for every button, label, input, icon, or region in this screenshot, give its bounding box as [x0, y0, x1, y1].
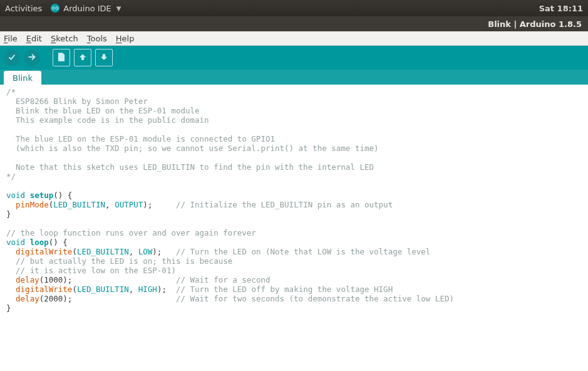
activities-button[interactable]: Activities — [5, 4, 42, 13]
save-sketch-button[interactable] — [95, 49, 113, 66]
desktop-top-bar: Activities Arduino IDE ▼ Sat 18:11 — [0, 0, 588, 16]
upload-button[interactable] — [24, 50, 40, 66]
tab-strip: Blink — [0, 70, 588, 85]
verify-button[interactable] — [4, 50, 20, 66]
menu-tools[interactable]: Tools — [87, 34, 107, 43]
window-title: Blink | Arduino 1.8.5 — [488, 19, 582, 29]
check-icon — [8, 52, 16, 64]
arrow-right-icon — [28, 52, 36, 64]
menu-file[interactable]: File — [4, 34, 18, 43]
new-sketch-button[interactable] — [53, 49, 70, 66]
code-editor[interactable]: /* ESP8266 Blink by Simon Peter Blink th… — [0, 85, 588, 325]
toolbar — [0, 46, 588, 70]
menu-edit[interactable]: Edit — [26, 34, 42, 43]
arduino-logo-icon — [51, 4, 59, 13]
chevron-down-icon: ▼ — [116, 5, 121, 12]
active-app-indicator[interactable]: Arduino IDE ▼ — [51, 4, 121, 13]
activities-label: Activities — [5, 4, 42, 13]
arrow-down-icon — [100, 52, 108, 64]
sketch-tab-blink[interactable]: Blink — [4, 71, 41, 85]
tab-label: Blink — [13, 73, 33, 83]
clock-label[interactable]: Sat 18:11 — [539, 4, 583, 13]
menu-bar: File Edit Sketch Tools Help — [0, 31, 588, 46]
svg-point-0 — [52, 7, 54, 9]
file-icon — [57, 52, 66, 64]
open-sketch-button[interactable] — [74, 49, 91, 66]
menu-sketch[interactable]: Sketch — [51, 34, 78, 43]
active-app-name: Arduino IDE — [63, 4, 111, 13]
window-title-bar: Blink | Arduino 1.8.5 — [0, 16, 588, 31]
svg-point-1 — [56, 7, 58, 9]
arrow-up-icon — [78, 52, 87, 64]
menu-help[interactable]: Help — [116, 34, 135, 43]
